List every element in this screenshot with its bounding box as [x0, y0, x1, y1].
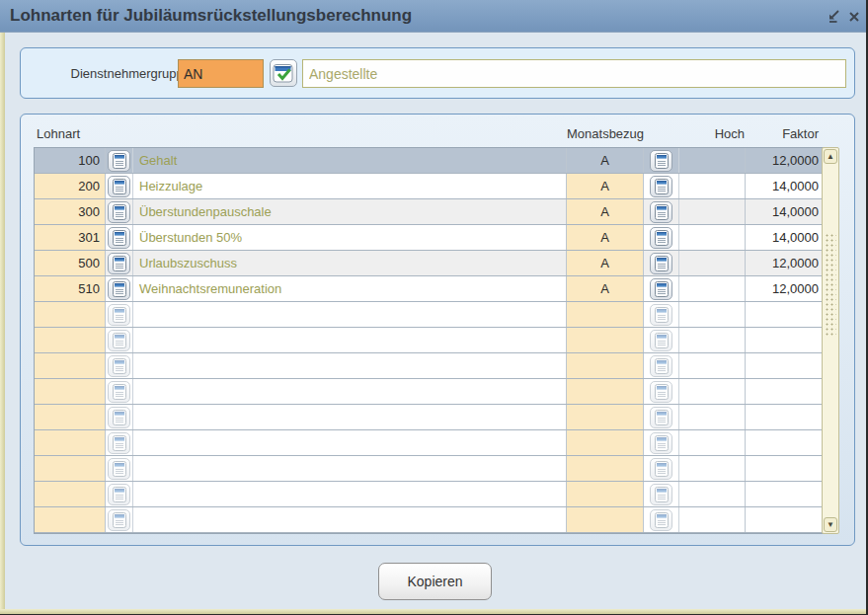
lohnart-icon-cell [106, 199, 133, 224]
table-row[interactable]: 301 Überstunden 50% A [35, 225, 823, 251]
hoch-cell [679, 430, 746, 455]
clipboard-icon [113, 255, 126, 271]
monatsbezug-detail-button[interactable] [650, 330, 672, 351]
restore-button[interactable] [827, 9, 841, 24]
monatsbezug-detail-button[interactable] [650, 304, 672, 326]
monatsbezug-detail-button[interactable] [650, 458, 672, 480]
lohnart-name-cell [133, 482, 567, 506]
table-row[interactable]: 100 Gehalt A [35, 148, 823, 174]
clipboard-icon [113, 460, 126, 477]
lohnart-detail-button[interactable] [108, 304, 130, 326]
table-row[interactable] [35, 353, 823, 379]
clipboard-icon [113, 332, 126, 348]
monatsbezug-icon-cell [644, 328, 679, 352]
clipboard-icon [655, 357, 669, 374]
lohnart-detail-button[interactable] [108, 432, 130, 454]
dienstnehmergruppe-code-input[interactable] [178, 59, 264, 88]
lohnart-detail-button[interactable] [108, 381, 130, 403]
monatsbezug-cell: A [567, 148, 644, 173]
table-row[interactable]: 300 Überstundenpauschale A [35, 199, 823, 225]
table-row[interactable] [35, 430, 823, 456]
monatsbezug-cell [567, 328, 644, 352]
lohnart-detail-button[interactable] [108, 253, 130, 274]
lohnart-detail-button[interactable] [108, 355, 130, 377]
table-row[interactable] [35, 328, 823, 353]
lohnart-detail-button[interactable] [108, 201, 130, 223]
scrollbar-thumb[interactable] [825, 233, 836, 336]
lohnart-detail-button[interactable] [108, 484, 130, 505]
lookup-button[interactable] [270, 59, 297, 87]
monatsbezug-detail-button[interactable] [650, 176, 672, 197]
table-row[interactable] [35, 507, 823, 533]
monatsbezug-detail-button[interactable] [650, 150, 672, 172]
monatsbezug-detail-button[interactable] [650, 381, 672, 403]
monatsbezug-detail-button[interactable] [650, 407, 672, 428]
lohnart-detail-button[interactable] [108, 407, 130, 428]
table-row[interactable] [35, 302, 823, 328]
monatsbezug-detail-button[interactable] [650, 253, 672, 274]
clipboard-icon [655, 152, 669, 169]
dienstnehmergruppe-name-input[interactable] [302, 59, 846, 88]
lohnart-number-cell: 500 [35, 251, 106, 275]
clipboard-icon [113, 486, 126, 502]
clipboard-icon [655, 511, 669, 528]
dienstnehmergruppe-label: Dienstnehmergruppe [40, 66, 191, 81]
lohnart-detail-button[interactable] [108, 278, 130, 300]
monatsbezug-detail-button[interactable] [650, 227, 672, 249]
lohnart-icon-cell [106, 251, 133, 275]
monatsbezug-cell [567, 482, 644, 506]
table-row[interactable]: 510 Weihnachtsremuneration A [35, 276, 823, 302]
lohnart-detail-button[interactable] [108, 458, 130, 480]
lohnart-number-cell: 200 [35, 174, 106, 198]
monatsbezug-icon-cell [644, 456, 679, 481]
lohnart-icon-cell [106, 507, 133, 532]
table-row[interactable] [35, 379, 823, 405]
monatsbezug-detail-button[interactable] [650, 432, 672, 454]
lohnart-detail-button[interactable] [108, 330, 130, 351]
table-row[interactable] [35, 482, 823, 507]
hoch-cell [679, 302, 746, 327]
close-button[interactable] [846, 9, 861, 24]
clipboard-check-icon [273, 62, 294, 84]
lohnart-name-cell [133, 507, 567, 532]
monatsbezug-cell [567, 507, 644, 532]
table-body: 100 Gehalt A [35, 148, 823, 533]
faktor-cell: 12,0000 [746, 251, 823, 275]
vertical-scrollbar[interactable]: ▲ ▼ [822, 147, 839, 534]
clipboard-icon [655, 178, 669, 194]
monatsbezug-icon-cell [644, 148, 679, 173]
table-row[interactable] [35, 405, 823, 430]
hoch-cell [679, 225, 746, 250]
monatsbezug-detail-button[interactable] [650, 509, 672, 531]
lohnarten-dialog: { "colors": { "titlebar": "#7C9DC2", "ac… [0, 0, 868, 615]
lohnart-detail-button[interactable] [108, 176, 130, 197]
hoch-cell [679, 276, 746, 301]
lohnart-detail-button[interactable] [108, 227, 130, 249]
table-row[interactable]: 500 Urlaubszuschuss A [35, 251, 823, 276]
monatsbezug-icon-cell [644, 430, 679, 455]
monatsbezug-detail-button[interactable] [650, 201, 672, 223]
table-row[interactable] [35, 456, 823, 482]
lohnart-detail-button[interactable] [108, 150, 130, 172]
window-controls [827, 9, 861, 24]
monatsbezug-detail-button[interactable] [650, 484, 672, 505]
clipboard-icon [655, 460, 669, 477]
monatsbezug-detail-button[interactable] [650, 355, 672, 377]
hoch-cell [679, 328, 746, 352]
kopieren-button[interactable]: Kopieren [378, 563, 492, 600]
column-header-lohnart: Lohnart [37, 126, 80, 141]
monatsbezug-icon-cell [644, 199, 679, 224]
scroll-up-button[interactable]: ▲ [824, 149, 837, 164]
titlebar: Lohnarten für Jubiläumsrückstellungsbere… [0, 0, 866, 33]
lohnart-detail-button[interactable] [108, 509, 130, 531]
lohnart-name-cell [133, 328, 567, 352]
lohnarten-table: 100 Gehalt A [34, 147, 824, 534]
scroll-down-button[interactable]: ▼ [824, 517, 837, 532]
lohnart-name-cell: Überstunden 50% [133, 225, 567, 250]
table-row[interactable]: 200 Heizzulage A [35, 174, 823, 199]
hoch-cell [679, 251, 746, 275]
monatsbezug-detail-button[interactable] [650, 278, 672, 300]
hoch-cell [679, 199, 746, 224]
monatsbezug-cell: A [567, 276, 644, 301]
lohnart-number-cell: 300 [35, 199, 106, 224]
